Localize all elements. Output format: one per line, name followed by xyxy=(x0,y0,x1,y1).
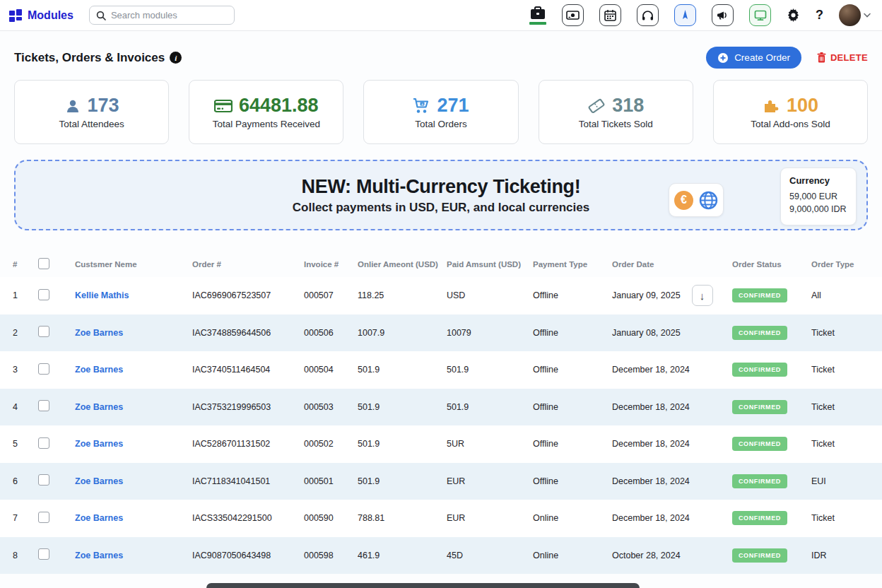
invoice-number: 000590 xyxy=(304,513,358,523)
customer-link[interactable]: Zoe Barnes xyxy=(75,328,123,338)
order-date: January 09, 2025 xyxy=(612,290,681,300)
calendar-icon[interactable] xyxy=(599,4,621,26)
row-checkbox[interactable] xyxy=(38,437,49,449)
stat-label: Total Payments Received xyxy=(213,119,320,129)
delete-button[interactable]: DELETE xyxy=(817,52,868,63)
select-all-checkbox[interactable] xyxy=(38,258,49,269)
settings-gear-icon[interactable] xyxy=(787,8,800,22)
col-order: Order # xyxy=(192,260,304,269)
order-type: Ticket xyxy=(811,328,874,338)
modules-search[interactable] xyxy=(89,6,235,25)
col-payment-type: Payment Type xyxy=(533,260,612,269)
order-type: Ticket xyxy=(811,439,874,449)
stat-value: 271 xyxy=(437,95,469,117)
stat-total-payments: 64481.88 Total Payments Received xyxy=(189,80,343,144)
order-type: Ticket xyxy=(811,513,874,523)
customer-link[interactable]: Zoe Barnes xyxy=(75,439,123,449)
info-icon[interactable]: i xyxy=(170,52,182,64)
customer-link[interactable]: Zoe Barnes xyxy=(75,476,123,486)
monitor-icon[interactable] xyxy=(749,4,771,26)
stat-value: 100 xyxy=(787,95,818,117)
invoice-number: 000501 xyxy=(304,476,358,486)
stat-label: Total Tickets Sold xyxy=(579,119,653,129)
order-date: December 18, 2024 xyxy=(612,365,690,375)
paid-amount: USD xyxy=(447,290,533,300)
stat-value: 173 xyxy=(88,95,119,117)
customer-link[interactable]: Kellie Mathis xyxy=(75,290,129,300)
megaphone-icon[interactable] xyxy=(712,4,734,26)
table-header-row: # Custsmer Neme Order # Invoice # Onlier… xyxy=(0,252,882,277)
currency-card: Currency 59,000 EUR 9,000,000 IDR xyxy=(780,167,857,225)
currency-idr-value: 9,000,000 IDR xyxy=(789,203,847,216)
invoice-number: 000598 xyxy=(304,551,358,560)
customer-link[interactable]: Zoe Barnes xyxy=(75,365,123,375)
row-num: 6 xyxy=(13,476,38,486)
row-num: 1 xyxy=(13,290,38,300)
paid-amount: 501.9 xyxy=(447,365,533,375)
order-date: October 28, 2024 xyxy=(612,551,681,560)
table-row: 6 Zoe Barnes IAC7118341041501 000501 501… xyxy=(0,463,882,500)
order-type: EUI xyxy=(811,476,874,486)
modules-logo[interactable]: Modules xyxy=(8,8,74,23)
online-amount: 501.9 xyxy=(358,439,447,449)
stat-value: 64481.88 xyxy=(239,95,319,117)
paid-amount: EUR xyxy=(447,513,533,523)
order-date: December 18, 2024 xyxy=(612,513,690,523)
order-number: IAC3748859644506 xyxy=(192,328,304,338)
order-type: IDR xyxy=(811,551,874,560)
customer-link[interactable]: Zoe Barnes xyxy=(75,551,123,560)
table-row: 7 Zoe Barnes IACS335042291500 000590 788… xyxy=(0,500,882,537)
payment-type: Online xyxy=(533,551,612,560)
stat-cards: 173 Total Attendees 64481.88 Total Payme… xyxy=(0,78,882,144)
row-checkbox[interactable] xyxy=(38,474,49,486)
col-order-type: Order Type xyxy=(811,260,874,269)
invoice-number: 000503 xyxy=(304,402,358,412)
order-number: IAC3753219996503 xyxy=(192,402,304,412)
stat-total-addons: 100 Total Add-ons Sold xyxy=(713,80,868,144)
order-type: Ticket xyxy=(811,402,874,412)
modules-label: Modules xyxy=(28,9,74,22)
currency-eur-value: 59,000 EUR xyxy=(789,190,847,203)
online-amount: 501.9 xyxy=(358,365,447,375)
create-order-button[interactable]: Create Order xyxy=(706,47,801,69)
navigation-icon[interactable] xyxy=(674,4,696,26)
stat-label: Total Orders xyxy=(415,119,467,129)
status-badge: CONFIRMED xyxy=(732,437,787,451)
headphones-icon[interactable] xyxy=(637,4,659,26)
order-number: IAC7118341041501 xyxy=(192,476,304,486)
row-checkbox[interactable] xyxy=(38,289,49,300)
order-number: IAC5286701131502 xyxy=(192,439,304,449)
col-order-date: Order Date xyxy=(612,260,732,269)
status-badge: CONFIRMED xyxy=(732,400,787,414)
euro-coin-icon: € xyxy=(674,191,693,210)
row-num: 7 xyxy=(13,513,38,523)
table-row: 4 Zoe Barnes IAC3753219996503 000503 501… xyxy=(0,389,882,426)
row-checkbox[interactable] xyxy=(38,512,49,523)
online-amount: 788.81 xyxy=(358,513,447,523)
row-checkbox[interactable] xyxy=(38,326,49,337)
avatar[interactable] xyxy=(839,4,861,26)
row-checkbox[interactable] xyxy=(38,400,49,411)
payment-type: Offline xyxy=(533,402,612,412)
briefcase-icon[interactable] xyxy=(529,6,546,25)
paid-amount: EUR xyxy=(447,476,533,486)
page-header: Tickets, Orders & Invoices i Create Orde… xyxy=(0,31,882,78)
download-invoice-button[interactable]: ↓ xyxy=(692,285,713,306)
order-number: IAC3740511464504 xyxy=(192,365,304,375)
help-icon[interactable]: ? xyxy=(816,8,823,23)
order-date: January 08, 2025 xyxy=(612,328,681,338)
order-date: December 18, 2024 xyxy=(612,439,690,449)
chevron-down-icon[interactable] xyxy=(864,13,871,18)
row-checkbox[interactable] xyxy=(38,548,49,560)
online-amount: 461.9 xyxy=(358,551,447,560)
paid-amount: 45D xyxy=(447,551,533,560)
puzzle-icon xyxy=(763,98,780,114)
paid-amount: 10079 xyxy=(447,328,533,338)
banknote-icon[interactable] xyxy=(562,4,584,26)
invoice-number: 000506 xyxy=(304,328,358,338)
search-input[interactable] xyxy=(111,10,228,20)
customer-link[interactable]: Zoe Barnes xyxy=(75,513,123,523)
customer-link[interactable]: Zoe Barnes xyxy=(75,402,123,412)
row-checkbox[interactable] xyxy=(38,363,49,375)
status-badge: CONFIRMED xyxy=(732,474,787,488)
